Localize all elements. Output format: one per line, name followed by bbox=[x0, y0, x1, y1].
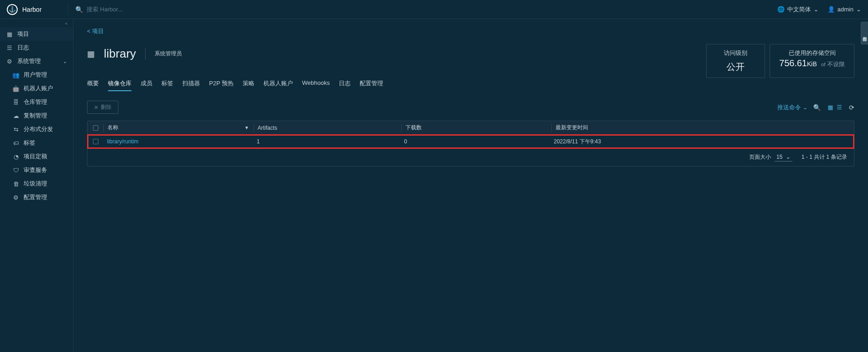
sidebar-item-label: 项目定额 bbox=[24, 152, 47, 161]
sidebar-item-label: 用户管理 bbox=[24, 71, 47, 79]
pagination: 页面大小 15 ⌄ 1 - 1 共计 1 条记录 bbox=[88, 148, 854, 166]
sidebar-item-config[interactable]: ⚙ 配置管理 bbox=[0, 191, 73, 204]
sidebar-item-admin[interactable]: ⚙ 系统管理 ⌄ bbox=[0, 54, 73, 68]
cell-artifacts: 1 bbox=[253, 138, 400, 145]
grid-icon: ▦ bbox=[6, 31, 13, 38]
quota-icon: ◔ bbox=[13, 153, 19, 160]
sidebar-item-users[interactable]: 👥 用户管理 bbox=[0, 68, 73, 82]
logo-area[interactable]: ⚓ Harbor bbox=[7, 4, 61, 15]
app-name: Harbor bbox=[22, 6, 42, 13]
user-label: admin bbox=[838, 6, 853, 13]
repository-table: 名称 ▼ Artifacts 下载数 最新变更时间 library/runtim… bbox=[87, 121, 854, 166]
page-size: 页面大小 15 ⌄ bbox=[749, 153, 792, 161]
repository-link[interactable]: library/runtim bbox=[107, 138, 138, 145]
toolbar-right: 推送命令 ⌄ 🔍 ▦ ☰ ⟳ bbox=[777, 103, 854, 112]
tab-config[interactable]: 配置管理 bbox=[360, 77, 383, 91]
search-input[interactable] bbox=[87, 6, 223, 13]
view-list-icon[interactable]: ☰ bbox=[835, 103, 844, 112]
users-icon: 👥 bbox=[13, 72, 19, 78]
col-header-artifacts[interactable]: Artifacts bbox=[254, 125, 401, 131]
content-area: < 项目 访问级别 公开 已使用的存储空间 756.61KiB of不设限 ▦ … bbox=[73, 19, 868, 352]
cell-downloads: 0 bbox=[400, 138, 550, 145]
header-name-label: 名称 bbox=[107, 124, 118, 132]
push-command-dropdown[interactable]: 推送命令 ⌄ bbox=[777, 103, 808, 112]
col-header-downloads[interactable]: 下载数 bbox=[402, 124, 551, 132]
tab-robot[interactable]: 机器人账户 bbox=[263, 77, 293, 91]
sidebar-item-label: 仓库管理 bbox=[24, 98, 47, 106]
user-menu[interactable]: 👤 admin ⌄ bbox=[828, 6, 861, 13]
select-all-checkbox[interactable] bbox=[93, 125, 98, 131]
sidebar-item-registries[interactable]: 🗄 仓库管理 bbox=[0, 95, 73, 109]
sidebar-item-labels[interactable]: 🏷 标签 bbox=[0, 136, 73, 150]
col-header-time[interactable]: 最新变更时间 bbox=[552, 124, 854, 132]
tab-summary[interactable]: 概要 bbox=[87, 77, 99, 91]
robot-icon: 🤖 bbox=[13, 85, 19, 92]
sidebar-item-label: 日志 bbox=[17, 44, 29, 52]
close-icon: ✕ bbox=[94, 104, 98, 111]
sidebar-item-label: 系统管理 bbox=[17, 57, 41, 65]
sidebar-item-label: 配置管理 bbox=[24, 193, 47, 201]
sidebar-item-label: 审查服务 bbox=[24, 166, 47, 174]
toolbar: ✕ 删除 推送命令 ⌄ 🔍 ▦ ☰ ⟳ bbox=[87, 101, 854, 114]
tab-webhooks[interactable]: Webhooks bbox=[302, 77, 330, 91]
tab-logs[interactable]: 日志 bbox=[339, 77, 351, 91]
side-tab-tasks[interactable]: 和出任务 bbox=[861, 22, 868, 44]
cog-icon: ⚙ bbox=[13, 194, 19, 201]
header-right: 🌐 中文简体 ⌄ 👤 admin ⌄ bbox=[777, 5, 861, 14]
sidebar-item-distribution[interactable]: ⇆ 分布式分发 bbox=[0, 122, 73, 136]
sidebar-item-gc[interactable]: 🗑 垃圾清理 bbox=[0, 177, 73, 191]
project-role: 系统管理员 bbox=[155, 50, 182, 58]
sidebar-item-interrogation[interactable]: 🛡 审查服务 bbox=[0, 163, 73, 177]
info-card-value: 公开 bbox=[716, 61, 756, 73]
db-icon: 🗄 bbox=[13, 99, 19, 106]
tab-scanner[interactable]: 扫描器 bbox=[182, 77, 200, 91]
tabs: 概要 镜像仓库 成员 标签 扫描器 P2P 预热 策略 机器人账户 Webhoo… bbox=[87, 77, 854, 92]
view-grid-icon[interactable]: ▦ bbox=[826, 103, 834, 112]
language-selector[interactable]: 🌐 中文简体 ⌄ bbox=[777, 5, 819, 14]
doc-icon: ☰ bbox=[6, 44, 13, 51]
sidebar-item-quotas[interactable]: ◔ 项目定额 bbox=[0, 150, 73, 163]
search-icon: 🔍 bbox=[75, 6, 83, 13]
filter-icon[interactable]: ▼ bbox=[244, 125, 249, 130]
project-title: library bbox=[104, 47, 136, 61]
col-check bbox=[88, 125, 103, 131]
search-area: 🔍 bbox=[75, 6, 777, 13]
chevron-down-icon: ⌄ bbox=[803, 104, 808, 111]
sidebar-item-label: 复制管理 bbox=[24, 112, 47, 120]
tab-policy[interactable]: 策略 bbox=[243, 77, 254, 91]
refresh-icon[interactable]: ⟳ bbox=[849, 104, 854, 111]
tab-members[interactable]: 成员 bbox=[141, 77, 152, 91]
main-container: « ▦ 项目 ☰ 日志 ⚙ 系统管理 ⌄ 👥 用户管理 🤖 机器人账户 🗄 仓库… bbox=[0, 19, 868, 352]
table-header: 名称 ▼ Artifacts 下载数 最新变更时间 bbox=[88, 121, 854, 135]
chevron-down-icon: ⌄ bbox=[856, 6, 861, 13]
sidebar-item-label: 项目 bbox=[17, 30, 29, 38]
sidebar: « ▦ 项目 ☰ 日志 ⚙ 系统管理 ⌄ 👥 用户管理 🤖 机器人账户 🗄 仓库… bbox=[0, 19, 73, 352]
breadcrumb-back[interactable]: < 项目 bbox=[87, 27, 854, 35]
tag-icon: 🏷 bbox=[13, 140, 19, 147]
sidebar-item-logs[interactable]: ☰ 日志 bbox=[0, 41, 73, 54]
col-header-name[interactable]: 名称 ▼ bbox=[104, 124, 254, 132]
gear-icon: ⚙ bbox=[6, 58, 13, 65]
search-icon[interactable]: 🔍 bbox=[813, 104, 821, 111]
sidebar-collapse-button[interactable]: « bbox=[0, 19, 73, 27]
row-checkbox[interactable] bbox=[93, 139, 98, 144]
view-toggle: ▦ ☰ bbox=[826, 103, 844, 112]
project-icon: ▦ bbox=[87, 49, 95, 59]
trash-icon: 🗑 bbox=[13, 181, 19, 187]
delete-label: 删除 bbox=[101, 103, 112, 111]
page-size-select[interactable]: 15 ⌄ bbox=[775, 153, 792, 161]
delete-button[interactable]: ✕ 删除 bbox=[87, 101, 118, 114]
sidebar-item-projects[interactable]: ▦ 项目 bbox=[0, 27, 73, 41]
harbor-logo-icon: ⚓ bbox=[7, 4, 18, 15]
tab-repositories[interactable]: 镜像仓库 bbox=[108, 77, 132, 91]
table-row[interactable]: library/runtim 1 0 2022/8/11 下午9:43 bbox=[88, 135, 854, 148]
share-icon: ⇆ bbox=[13, 126, 19, 133]
tab-p2p[interactable]: P2P 预热 bbox=[209, 77, 234, 91]
tab-labels[interactable]: 标签 bbox=[161, 77, 173, 91]
sidebar-item-robots[interactable]: 🤖 机器人账户 bbox=[0, 82, 73, 95]
sidebar-item-replication[interactable]: ☁ 复制管理 bbox=[0, 109, 73, 122]
divider bbox=[68, 3, 68, 16]
cell-time: 2022/8/11 下午9:43 bbox=[550, 138, 854, 146]
user-icon: 👤 bbox=[828, 6, 835, 13]
push-cmd-label: 推送命令 bbox=[777, 104, 801, 111]
